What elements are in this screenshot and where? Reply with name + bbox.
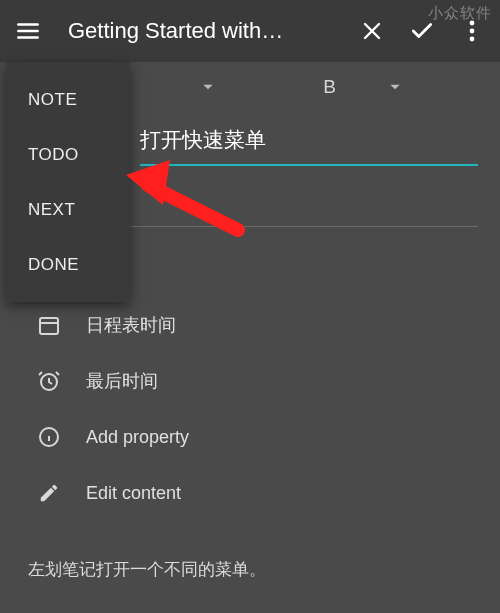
list-item[interactable]: 最后时间	[36, 353, 500, 409]
state-dropdown-menu: NOTE TODO NEXT DONE	[6, 62, 130, 302]
format-dropdown-bold[interactable]: B	[255, 76, 470, 98]
alarm-icon	[36, 368, 62, 394]
menu-item-next[interactable]: NEXT	[6, 182, 130, 237]
svg-marker-6	[126, 160, 170, 205]
svg-point-2	[470, 37, 475, 42]
list-item[interactable]: Add property	[36, 409, 500, 465]
list-item[interactable]: 日程表时间	[36, 297, 500, 353]
app-header: Getting Started with…	[0, 0, 500, 62]
list-item[interactable]: Edit content	[36, 465, 500, 521]
svg-point-1	[470, 29, 475, 34]
list-item-label: Edit content	[86, 483, 181, 504]
menu-icon[interactable]	[14, 17, 42, 45]
calendar-icon	[36, 312, 62, 338]
menu-item-todo[interactable]: TODO	[6, 127, 130, 182]
menu-item-done[interactable]: DONE	[6, 237, 130, 292]
page-title: Getting Started with…	[68, 18, 358, 44]
list-item-label: Add property	[86, 427, 189, 448]
properties-list: 日程表时间 最后时间 Add property Edit content	[0, 297, 500, 521]
menu-item-note[interactable]: NOTE	[6, 72, 130, 127]
watermark-text: 小众软件	[428, 4, 492, 23]
chevron-down-icon	[388, 80, 402, 94]
list-item-label: 最后时间	[86, 369, 158, 393]
pencil-icon	[36, 480, 62, 506]
chevron-down-icon	[201, 80, 215, 94]
title-input[interactable]: 打开快速菜单	[140, 120, 478, 166]
svg-rect-3	[40, 318, 58, 334]
close-icon[interactable]	[358, 17, 386, 45]
hint-text: 左划笔记打开一个不同的菜单。	[28, 558, 266, 581]
list-item-label: 日程表时间	[86, 313, 176, 337]
format-bold-label: B	[323, 76, 336, 98]
info-icon	[36, 424, 62, 450]
